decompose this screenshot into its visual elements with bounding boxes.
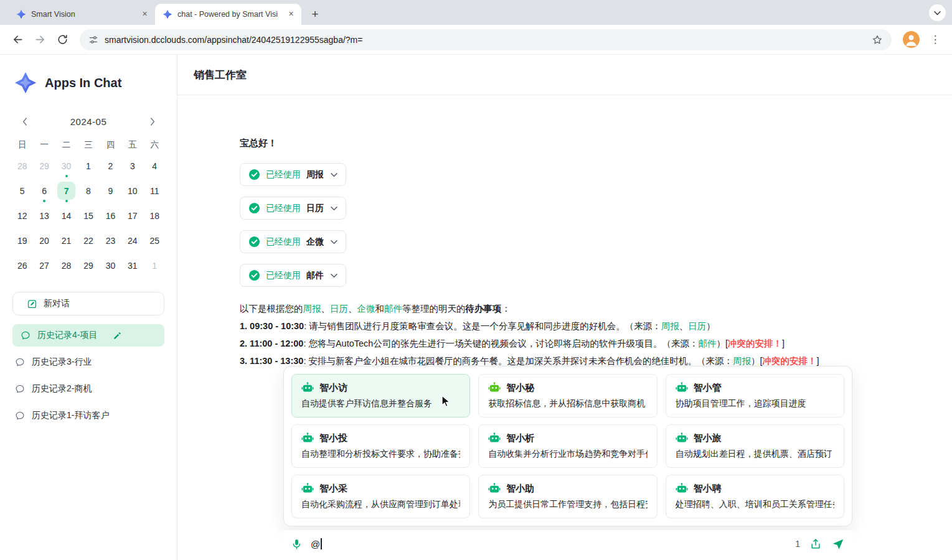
calendar-day[interactable]: 23 — [100, 230, 121, 251]
site-settings-icon[interactable] — [88, 35, 98, 45]
calendar-day[interactable]: 14 — [55, 205, 77, 226]
calendar-day[interactable]: 16 — [100, 205, 121, 226]
calendar-day[interactable]: 3 — [121, 156, 143, 176]
calendar-day[interactable]: 28 — [11, 156, 33, 176]
calendar-day[interactable]: 8 — [77, 180, 99, 201]
inline-link[interactable]: 邮件 — [698, 338, 716, 348]
inline-link[interactable]: 周报 — [733, 356, 751, 366]
tab-favicon — [16, 9, 26, 19]
tab-search-button[interactable] — [929, 4, 946, 21]
tool-name-label: 周报 — [306, 169, 324, 180]
inline-link[interactable]: 日历 — [330, 304, 348, 314]
inline-link[interactable]: 日历 — [688, 321, 706, 331]
inline-link[interactable]: 邮件 — [384, 304, 402, 314]
inline-link[interactable]: 企微 — [357, 304, 375, 314]
calendar-day[interactable]: 31 — [121, 255, 143, 276]
agent-card-zhixiaomi[interactable]: 智小秘 获取招标信息，并从招标信息中获取商机 — [478, 374, 657, 418]
new-tab-button[interactable]: + — [306, 6, 324, 23]
agent-card-zhixiaozhu[interactable]: 智小助 为员工提供日常工作管理支持，包括日程安排 — [478, 475, 657, 518]
tool-calendar[interactable]: 已经使用 日历 — [240, 197, 346, 220]
forward-button[interactable] — [30, 30, 50, 50]
inline-link[interactable]: 周报 — [661, 321, 679, 331]
history-item-opportunity[interactable]: 历史记录2-商机 — [12, 378, 164, 400]
calendar-day[interactable]: 22 — [77, 230, 99, 251]
calendar-day[interactable]: 30 — [55, 156, 77, 176]
chevron-down-icon[interactable] — [331, 206, 337, 211]
tool-email[interactable]: 已经使用 邮件 — [240, 264, 346, 287]
tool-weekly-report[interactable]: 已经使用 周报 — [240, 163, 346, 186]
tool-name-label: 企微 — [306, 236, 324, 248]
agent-card-zhixiaotou[interactable]: 智小投 自动整理和分析投标文件要求，协助准备投标... — [291, 424, 470, 468]
tab-close-icon[interactable]: × — [139, 9, 150, 20]
calendar-day[interactable]: 10 — [121, 180, 143, 201]
chevron-down-icon[interactable] — [331, 240, 337, 245]
calendar-day[interactable]: 1 — [77, 156, 99, 176]
calendar-month-label: 2024-05 — [70, 116, 107, 127]
agent-description: 处理招聘、入职、培训和员工关系管理任务 — [676, 499, 834, 510]
calendar-day[interactable]: 24 — [121, 230, 143, 251]
calendar-day[interactable]: 28 — [55, 255, 77, 276]
calendar-day[interactable]: 30 — [100, 255, 121, 276]
calendar-day[interactable]: 4 — [144, 156, 166, 176]
app-logo-icon — [14, 71, 37, 95]
agent-card-zhixiaolv[interactable]: 智小旅 自动规划出差日程，提供机票、酒店预订 — [666, 424, 844, 468]
calendar-day[interactable]: 29 — [77, 255, 99, 276]
inline-link[interactable]: 周报 — [303, 304, 321, 314]
calendar-day[interactable]: 19 — [11, 230, 33, 251]
agent-card-zhixiaoguan[interactable]: 智小管 协助项目管理工作，追踪项目进度 — [666, 374, 844, 418]
text-segment: 冲突的安排！ — [762, 356, 816, 366]
history-item-label: 历史记录2-商机 — [32, 383, 92, 394]
bookmark-star-icon[interactable] — [872, 34, 883, 45]
edit-pencil-icon[interactable] — [113, 331, 122, 340]
tool-wecom[interactable]: 已经使用 企微 — [240, 230, 346, 253]
calendar-day[interactable]: 17 — [121, 205, 143, 226]
calendar-day[interactable]: 11 — [144, 180, 166, 201]
calendar-day[interactable]: 5 — [11, 180, 33, 201]
calendar-day[interactable]: 6 — [33, 180, 55, 201]
agent-card-zhixiaocai[interactable]: 智小采 自动化采购流程，从供应商管理到订单处理 — [291, 475, 470, 518]
url-bar[interactable]: smartvision.dcclouds.com/appsinchat/2404… — [80, 29, 892, 50]
history-item-visit[interactable]: 历史记录1-拜访客户 — [12, 404, 164, 427]
calendar-day[interactable]: 27 — [33, 255, 55, 276]
calendar-day[interactable]: 9 — [100, 180, 121, 201]
calendar-prev-icon[interactable] — [17, 114, 31, 128]
profile-avatar[interactable] — [903, 31, 920, 48]
calendar-day[interactable]: 20 — [33, 230, 55, 251]
calendar-day[interactable]: 26 — [11, 255, 33, 276]
browser-menu-icon[interactable]: ⋮ — [926, 30, 945, 49]
calendar-next-icon[interactable] — [146, 114, 159, 128]
agent-card-zhixiaopin[interactable]: 智小聘 处理招聘、入职、培训和员工关系管理任务 — [666, 475, 844, 518]
history-item-project[interactable]: 历史记录4-项目 — [12, 324, 164, 347]
calendar-day[interactable]: 1 — [144, 255, 166, 276]
calendar-day[interactable]: 7 — [55, 180, 77, 201]
tab-chat[interactable]: chat - Powered by Smart Visi × — [155, 4, 301, 25]
text-segment: 、 — [679, 321, 689, 331]
new-chat-button[interactable]: 新对话 — [12, 292, 164, 315]
tab-smart-vision[interactable]: Smart Vision × — [9, 4, 155, 25]
page-title: 销售工作室 — [194, 68, 247, 82]
calendar-day[interactable]: 15 — [77, 205, 99, 226]
chevron-down-icon[interactable] — [331, 172, 337, 177]
calendar-day[interactable]: 21 — [55, 230, 77, 251]
calendar-day[interactable]: 29 — [33, 156, 55, 176]
tool-name-label: 邮件 — [306, 270, 324, 281]
text-segment: 待办事项 — [466, 304, 502, 314]
tab-title: Smart Vision — [31, 10, 134, 19]
history-item-industry[interactable]: 历史记录3-行业 — [12, 351, 164, 373]
tab-close-icon[interactable]: × — [286, 9, 296, 20]
calendar-day[interactable]: 2 — [100, 156, 121, 176]
calendar-day[interactable]: 18 — [144, 205, 166, 226]
chat-input[interactable]: @ — [311, 538, 322, 549]
microphone-icon[interactable] — [291, 538, 303, 551]
agent-card-zhixiaoxi[interactable]: 智小析 自动收集并分析行业市场趋势和竞争对手信息 — [478, 424, 657, 468]
calendar-day[interactable]: 12 — [11, 205, 33, 226]
back-button[interactable] — [7, 30, 27, 50]
chevron-down-icon[interactable] — [331, 273, 337, 278]
calendar-day[interactable]: 25 — [144, 230, 166, 251]
calendar-day[interactable]: 13 — [33, 205, 55, 226]
send-icon[interactable] — [831, 537, 845, 551]
agent-card-zhixiaofang[interactable]: 智小访 自动提供客户拜访信息并整合服务 — [291, 374, 470, 418]
upload-icon[interactable] — [809, 538, 822, 550]
reload-button[interactable] — [52, 30, 72, 50]
url-text[interactable]: smartvision.dcclouds.com/appsinchat/2404… — [105, 35, 865, 45]
